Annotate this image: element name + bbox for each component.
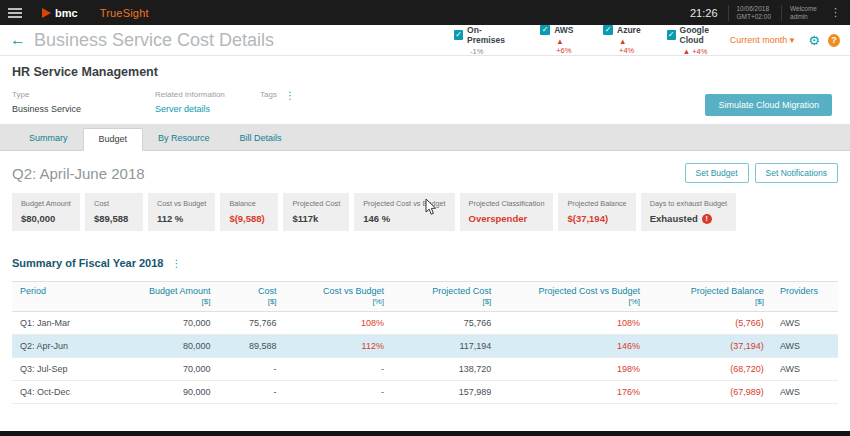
metric-projected-balance: Projected Balance $(37,194) — [558, 193, 635, 231]
brand-name: bmc — [55, 7, 78, 19]
metric-balance: Balance $(9,588) — [220, 193, 278, 231]
aws-checkbox[interactable]: ✓ — [540, 25, 550, 35]
period-selector-dropdown[interactable]: Current month ▾ — [730, 35, 795, 45]
provider-delta: ▲ +6% — [556, 37, 577, 55]
fiscal-year-title: Summary of Fiscal Year 2018 — [12, 257, 163, 269]
col-budget-amount: Budget Amount[$] — [128, 282, 219, 312]
username: admin — [790, 13, 817, 21]
cell-projected-vs: 146% — [499, 335, 648, 358]
cell-budget: 70,000 — [128, 312, 219, 335]
cell-projected-vs: 108% — [499, 312, 648, 335]
metric-projected-cost: Projected Cost $117k — [283, 193, 349, 231]
provider-filter-aws: ✓ AWS ▲ +6% — [540, 25, 577, 56]
provider-delta: ▲ +4% — [683, 47, 708, 56]
table-row-q2[interactable]: Q2: Apr-Jun 80,000 89,588 112% 117,194 1… — [12, 335, 838, 358]
table-row-q4[interactable]: Q4: Oct-Dec 90,000 - - 157,989 176% (67,… — [12, 381, 838, 404]
hamburger-menu-icon[interactable] — [6, 8, 28, 18]
on-premises-checkbox[interactable]: ✓ — [454, 30, 463, 40]
metric-projected-cost-vs-budget: Projected Cost vs Budget 146 % — [354, 193, 454, 231]
back-arrow-icon[interactable]: ← — [10, 32, 26, 48]
metric-label: Budget Amount — [21, 199, 71, 208]
tab-by-resource[interactable]: By Resource — [143, 128, 225, 150]
provider-label: Google Cloud — [680, 25, 730, 45]
metric-label: Cost vs Budget — [157, 199, 206, 208]
col-period: Period — [12, 282, 128, 312]
tab-bar: Summary Budget By Resource Bill Details — [0, 124, 850, 151]
table-row-q1[interactable]: Q1: Jan-Mar 70,000 75,766 108% 75,766 10… — [12, 312, 838, 335]
metric-value: 146 % — [363, 213, 445, 224]
quarter-title: Q2: April-June 2018 — [12, 165, 145, 182]
metric-value: $(9,588) — [229, 213, 269, 224]
metric-value: $80,000 — [21, 213, 71, 224]
metric-projected-classification: Projected Classification Overspender — [460, 193, 554, 231]
provider-filter-azure: ✓ Azure ▲ +4% — [603, 25, 641, 56]
service-info-section: HR Service Management Type Business Serv… — [0, 56, 850, 124]
tab-summary[interactable]: Summary — [14, 128, 83, 150]
metric-budget-amount: Budget Amount $80,000 — [12, 193, 80, 231]
fiscal-year-table: Period Budget Amount[$] Cost[$] Cost vs … — [12, 281, 838, 404]
cell-budget: 80,000 — [128, 335, 219, 358]
help-icon[interactable]: ? — [828, 34, 840, 47]
server-details-link[interactable]: Server details — [155, 104, 260, 114]
fiscal-year-section: Summary of Fiscal Year 2018 ⋮ Period Bud… — [0, 231, 850, 404]
cell-cost-vs: 112% — [285, 335, 392, 358]
cell-projected-cost: 75,766 — [392, 312, 499, 335]
bmc-logo: bmc — [42, 7, 78, 19]
metric-cards-row: Budget Amount $80,000 Cost $89,588 Cost … — [0, 193, 850, 231]
date-text: 10/06/2018 — [737, 5, 772, 13]
cell-projected-balance: (68,720) — [648, 358, 772, 381]
product-name: TrueSight — [100, 7, 149, 19]
metric-label: Projected Cost — [292, 199, 340, 208]
cell-period: Q2: Apr-Jun — [12, 335, 128, 358]
set-budget-button[interactable]: Set Budget — [685, 163, 749, 183]
cell-projected-vs: 176% — [499, 381, 648, 404]
gear-icon[interactable]: ⚙ — [808, 33, 820, 48]
simulate-cloud-migration-button[interactable]: Simulate Cloud Migration — [705, 94, 832, 116]
google-cloud-checkbox[interactable]: ✓ — [667, 30, 676, 40]
cell-cost: - — [218, 358, 284, 381]
metric-value-text: Exhausted — [650, 213, 698, 224]
fiscal-menu-icon[interactable]: ⋮ — [171, 258, 181, 269]
service-name: HR Service Management — [12, 65, 838, 79]
metric-label: Projected Balance — [567, 199, 626, 208]
cell-projected-balance: (67,989) — [648, 381, 772, 404]
provider-label: Azure — [617, 25, 641, 35]
metric-value: Exhausted ! — [650, 213, 727, 224]
cell-provider: AWS — [772, 312, 838, 335]
datetime: 10/06/2018 GMT+02:00 — [728, 5, 772, 21]
related-info-label: Related Information — [155, 90, 260, 99]
col-projected-balance: Projected Balance[$] — [648, 282, 772, 312]
tab-budget[interactable]: Budget — [83, 128, 144, 151]
cell-projected-cost: 117,194 — [392, 335, 499, 358]
col-cost-vs-budget: Cost vs Budget[%] — [285, 282, 392, 312]
tags-menu-icon[interactable]: ⋮ — [285, 90, 295, 101]
cell-period: Q1: Jan-Mar — [12, 312, 128, 335]
welcome-block: Welcome admin — [781, 5, 817, 21]
tab-bill-details[interactable]: Bill Details — [225, 128, 297, 150]
provider-filter-google-cloud: ✓ Google Cloud ▲ +4% — [667, 25, 730, 56]
azure-checkbox[interactable]: ✓ — [603, 25, 613, 35]
footer-strip — [0, 431, 850, 436]
metric-label: Balance — [229, 199, 269, 208]
cell-projected-balance: (37,194) — [648, 335, 772, 358]
col-projected-cost-vs-budget: Projected Cost vs Budget[%] — [499, 282, 648, 312]
table-row-q3[interactable]: Q3: Jul-Sep 70,000 - - 138,720 198% (68,… — [12, 358, 838, 381]
table-header-row: Period Budget Amount[$] Cost[$] Cost vs … — [12, 282, 838, 312]
col-cost: Cost[$] — [218, 282, 284, 312]
cell-cost: 75,766 — [218, 312, 284, 335]
cell-period: Q3: Jul-Sep — [12, 358, 128, 381]
cell-budget: 70,000 — [128, 358, 219, 381]
cell-projected-cost: 138,720 — [392, 358, 499, 381]
cell-cost-vs: 108% — [285, 312, 392, 335]
cell-projected-balance: (5,766) — [648, 312, 772, 335]
metric-days-to-exhaust-budget: Days to exhaust Budget Exhausted ! — [641, 193, 736, 231]
cell-cost: 89,588 — [218, 335, 284, 358]
set-notifications-button[interactable]: Set Notifications — [755, 163, 838, 183]
metric-cost: Cost $89,588 — [85, 193, 143, 231]
metric-value: Overspender — [469, 213, 545, 224]
metric-value: $89,588 — [94, 213, 134, 224]
provider-delta: -1% — [470, 47, 483, 56]
cell-cost: - — [218, 381, 284, 404]
tags-label: Tags — [260, 90, 277, 99]
topbar-overflow-menu-icon[interactable]: ⋮ — [827, 6, 844, 19]
